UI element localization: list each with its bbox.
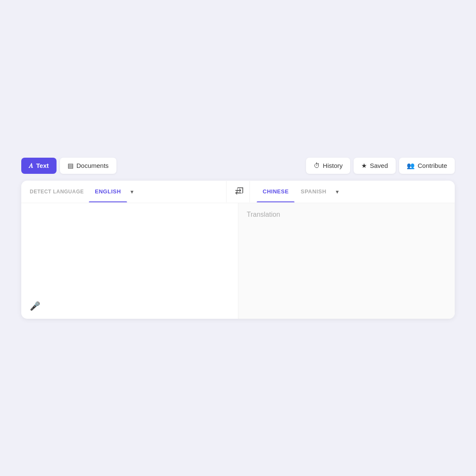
- target-translation-area: ❐ Translation: [238, 203, 455, 319]
- history-button[interactable]: ⏱ History: [306, 158, 351, 174]
- contribute-label: Contribute: [418, 162, 447, 169]
- translation-card: DETECT LANGUAGE ENGLISH ▾ ⇄ CHINESE SPAN…: [21, 181, 455, 319]
- mic-icon[interactable]: 🎤: [30, 301, 40, 311]
- toolbar-right: ⏱ History ★ Saved 👥 Contribute: [306, 158, 455, 174]
- history-icon: ⏱: [314, 162, 320, 169]
- saved-icon: ★: [361, 162, 367, 170]
- saved-button[interactable]: ★ Saved: [354, 158, 396, 174]
- source-input[interactable]: [30, 211, 230, 298]
- copy-icon[interactable]: ❐: [237, 186, 244, 196]
- history-label: History: [323, 162, 343, 169]
- source-language-bar: DETECT LANGUAGE ENGLISH ▾: [21, 181, 226, 203]
- source-language-dropdown[interactable]: ▾: [127, 181, 137, 203]
- toolbar-left: 𝐴 Text ▤ Documents: [21, 158, 116, 174]
- target-chinese-tab[interactable]: CHINESE: [257, 181, 295, 202]
- app-container: 𝐴 Text ▤ Documents ⏱ History ★ Saved 👥 C…: [13, 149, 463, 327]
- translation-placeholder: Translation: [247, 211, 280, 218]
- source-text-area: 🎤: [21, 203, 238, 319]
- document-icon: ▤: [68, 162, 74, 170]
- text-tab-button[interactable]: 𝐴 Text: [21, 158, 57, 174]
- documents-tab-button[interactable]: ▤ Documents: [60, 158, 116, 174]
- target-language-dropdown[interactable]: ▾: [332, 181, 342, 203]
- detect-language-option[interactable]: DETECT LANGUAGE: [28, 181, 89, 202]
- text-tab-label: Text: [36, 162, 49, 169]
- contribute-icon: 👥: [407, 162, 415, 170]
- toolbar: 𝐴 Text ▤ Documents ⏱ History ★ Saved 👥 C…: [21, 158, 455, 174]
- target-spanish-tab[interactable]: SPANISH: [295, 181, 332, 202]
- text-areas: 🎤 ❐ Translation: [21, 203, 455, 319]
- saved-label: Saved: [370, 162, 388, 169]
- translate-icon: 𝐴: [29, 162, 33, 170]
- source-english-tab[interactable]: ENGLISH: [89, 181, 127, 202]
- documents-tab-label: Documents: [76, 162, 109, 169]
- contribute-button[interactable]: 👥 Contribute: [399, 158, 455, 174]
- target-language-bar: CHINESE SPANISH ▾: [250, 181, 455, 203]
